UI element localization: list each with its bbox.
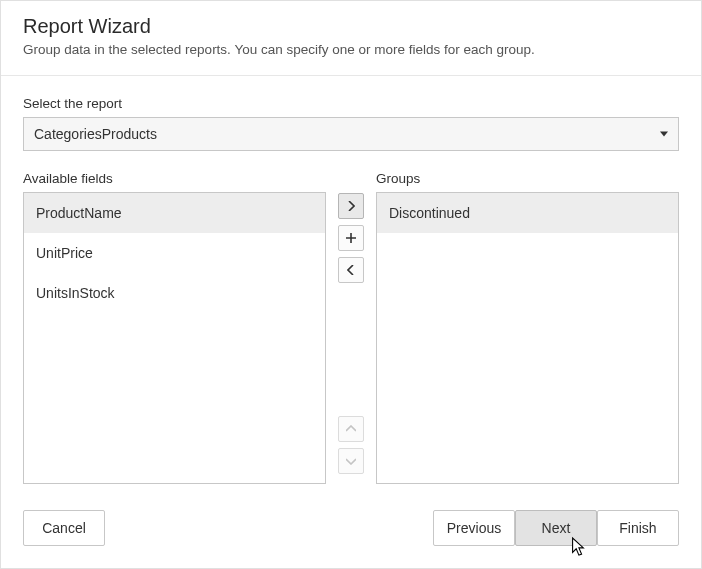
- chevron-down-icon: [346, 457, 356, 465]
- plus-icon: [345, 232, 357, 244]
- chevron-right-icon: [347, 201, 355, 211]
- add-all-button[interactable]: [338, 225, 364, 251]
- wizard-body: Select the report CategoriesProducts Ava…: [1, 76, 701, 494]
- move-up-button[interactable]: [338, 416, 364, 442]
- available-fields-column: Available fields ProductName UnitPrice U…: [23, 171, 326, 484]
- groups-label: Groups: [376, 171, 679, 186]
- wizard-footer: Cancel Previous Next Finish: [1, 494, 701, 568]
- chevron-up-icon: [346, 425, 356, 433]
- wizard-title: Report Wizard: [23, 15, 679, 38]
- groups-column: Groups Discontinued: [376, 171, 679, 484]
- move-down-button[interactable]: [338, 448, 364, 474]
- groups-listbox[interactable]: Discontinued: [376, 192, 679, 484]
- available-fields-label: Available fields: [23, 171, 326, 186]
- mover-buttons: [336, 171, 366, 484]
- cancel-button[interactable]: Cancel: [23, 510, 105, 546]
- select-report-label: Select the report: [23, 96, 679, 111]
- list-item[interactable]: ProductName: [24, 193, 325, 233]
- field-columns: Available fields ProductName UnitPrice U…: [23, 171, 679, 484]
- chevron-left-icon: [347, 265, 355, 275]
- list-item[interactable]: UnitsInStock: [24, 273, 325, 313]
- chevron-down-icon: [660, 132, 668, 137]
- report-wizard-dialog: Report Wizard Group data in the selected…: [0, 0, 702, 569]
- list-item[interactable]: Discontinued: [377, 193, 678, 233]
- available-fields-listbox[interactable]: ProductName UnitPrice UnitsInStock: [23, 192, 326, 484]
- wizard-header: Report Wizard Group data in the selected…: [1, 1, 701, 76]
- select-report-value: CategoriesProducts: [34, 126, 157, 142]
- next-button[interactable]: Next: [515, 510, 597, 546]
- list-item[interactable]: UnitPrice: [24, 233, 325, 273]
- previous-button[interactable]: Previous: [433, 510, 515, 546]
- select-report-dropdown[interactable]: CategoriesProducts: [23, 117, 679, 151]
- remove-from-group-button[interactable]: [338, 257, 364, 283]
- finish-button[interactable]: Finish: [597, 510, 679, 546]
- wizard-subtitle: Group data in the selected reports. You …: [23, 42, 679, 57]
- add-to-group-button[interactable]: [338, 193, 364, 219]
